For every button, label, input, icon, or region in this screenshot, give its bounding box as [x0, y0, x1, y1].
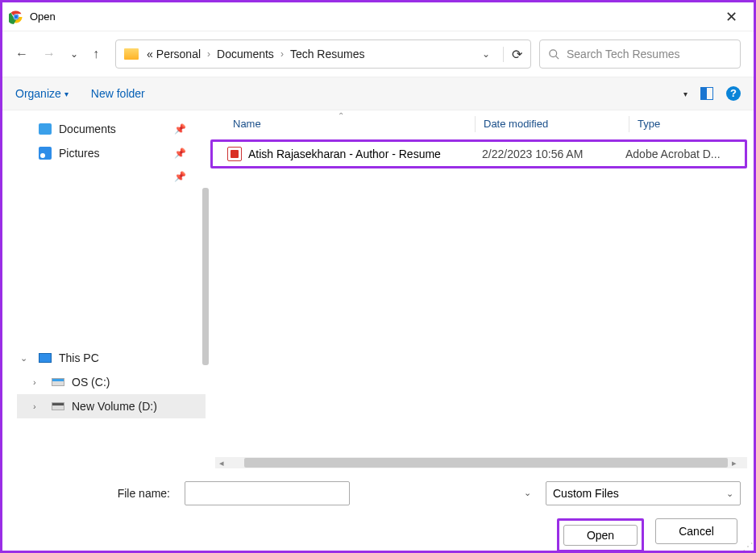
resize-grip[interactable]	[742, 539, 752, 549]
sort-asc-icon: ⌃	[338, 111, 344, 120]
breadcrumb-prefix: «	[147, 48, 153, 60]
body-area: Documents 📌 Pictures 📌 📌 ⌄ This PC ›	[2, 110, 754, 472]
preview-pane-button[interactable]	[700, 87, 713, 100]
chrome-icon	[9, 10, 23, 24]
column-name[interactable]: Name ⌃	[233, 118, 475, 130]
chevron-down-icon[interactable]: ⌄	[524, 488, 531, 498]
sidebar-item-documents[interactable]: Documents 📌	[17, 117, 206, 141]
pin-icon: 📌	[174, 123, 186, 135]
address-bar[interactable]: « Personal › Documents › Tech Resumes ⌄ …	[115, 40, 531, 69]
list-icon	[666, 88, 679, 99]
toolbar: Organize ▾ New folder ▾ ?	[2, 77, 754, 110]
sidebar-scrollbar[interactable]	[202, 188, 209, 365]
sidebar-item-drive-d[interactable]: › New Volume (D:)	[17, 394, 206, 418]
expand-icon[interactable]: ›	[33, 377, 44, 387]
nav-arrows: ← → ⌄ ↑	[15, 47, 99, 61]
column-date[interactable]: Date modified	[484, 118, 629, 130]
search-icon	[548, 48, 560, 60]
svg-point-4	[550, 49, 557, 56]
search-placeholder: Search Tech Resumes	[567, 48, 680, 60]
filename-input[interactable]	[185, 481, 350, 505]
svg-line-5	[555, 56, 559, 59]
pictures-icon	[39, 147, 52, 160]
collapse-icon[interactable]: ⌄	[20, 353, 31, 364]
address-dropdown[interactable]: ⌄	[482, 48, 500, 60]
pin-icon: 📌	[174, 171, 186, 182]
pdf-icon	[227, 147, 242, 161]
sidebar-item-thispc[interactable]: ⌄ This PC	[17, 346, 206, 370]
column-type[interactable]: Type	[638, 118, 754, 130]
horizontal-scrollbar[interactable]: ◂ ▸	[215, 457, 747, 468]
sidebar-item-placeholder[interactable]: 📌	[17, 165, 206, 188]
file-row[interactable]: Atish Rajasekharan - Author - Resume 2/2…	[210, 139, 747, 168]
breadcrumb-item[interactable]: Documents	[217, 48, 274, 60]
column-headers: Name ⌃ Date modified Type	[209, 110, 754, 138]
chevron-right-icon: ›	[204, 48, 214, 60]
sidebar-item-pictures[interactable]: Pictures 📌	[17, 141, 206, 165]
close-button[interactable]: ✕	[715, 8, 747, 26]
chevron-right-icon: ›	[277, 48, 287, 60]
svg-point-3	[15, 15, 19, 19]
filename-label: File name:	[15, 487, 177, 500]
file-type-filter[interactable]: Custom Files ⌄	[546, 481, 741, 505]
pin-icon: 📌	[174, 148, 186, 159]
file-pane: Name ⌃ Date modified Type Atish Rajasekh…	[209, 110, 754, 472]
sidebar-item-drive-c[interactable]: › OS (C:)	[17, 370, 206, 394]
search-box[interactable]: Search Tech Resumes	[539, 40, 741, 69]
pc-icon	[39, 353, 52, 363]
forward-button[interactable]: →	[43, 47, 56, 61]
open-highlight: Open	[557, 518, 644, 552]
scroll-left-icon[interactable]: ◂	[215, 458, 228, 468]
file-name: Atish Rajasekharan - Author - Resume	[248, 148, 482, 160]
file-date: 2/22/2023 10:56 AM	[482, 148, 625, 160]
open-button[interactable]: Open	[563, 525, 638, 546]
chevron-down-icon: ⌄	[726, 489, 733, 499]
nav-row: ← → ⌄ ↑ « Personal › Documents › Tech Re…	[2, 31, 754, 77]
sidebar: Documents 📌 Pictures 📌 📌 ⌄ This PC ›	[2, 110, 209, 472]
expand-icon[interactable]: ›	[33, 401, 44, 411]
recent-dropdown[interactable]: ⌄	[70, 48, 78, 60]
chevron-down-icon: ▾	[64, 89, 69, 98]
chevron-down-icon: ▾	[683, 89, 687, 98]
file-type: Adobe Acrobat D...	[625, 148, 721, 160]
window-title: Open	[30, 10, 715, 23]
refresh-button[interactable]: ⟳	[503, 47, 522, 62]
drive-icon	[52, 378, 64, 386]
title-bar: Open ✕	[2, 2, 754, 31]
scroll-thumb[interactable]	[244, 458, 728, 468]
drive-icon	[52, 402, 64, 410]
back-button[interactable]: ←	[15, 47, 28, 61]
documents-icon	[39, 123, 52, 135]
cancel-button[interactable]: Cancel	[655, 518, 737, 544]
view-mode-button[interactable]: ▾	[666, 88, 687, 99]
breadcrumb-item[interactable]: Personal	[156, 48, 201, 60]
up-button[interactable]: ↑	[93, 47, 99, 61]
new-folder-button[interactable]: New folder	[91, 87, 145, 100]
scroll-right-icon[interactable]: ▸	[728, 458, 741, 468]
footer: File name: ⌄ Custom Files ⌄ Open Cancel	[2, 472, 754, 553]
breadcrumb-item[interactable]: Tech Resumes	[290, 48, 365, 60]
help-button[interactable]: ?	[726, 86, 741, 101]
organize-menu[interactable]: Organize ▾	[15, 87, 69, 100]
folder-icon	[124, 48, 139, 60]
